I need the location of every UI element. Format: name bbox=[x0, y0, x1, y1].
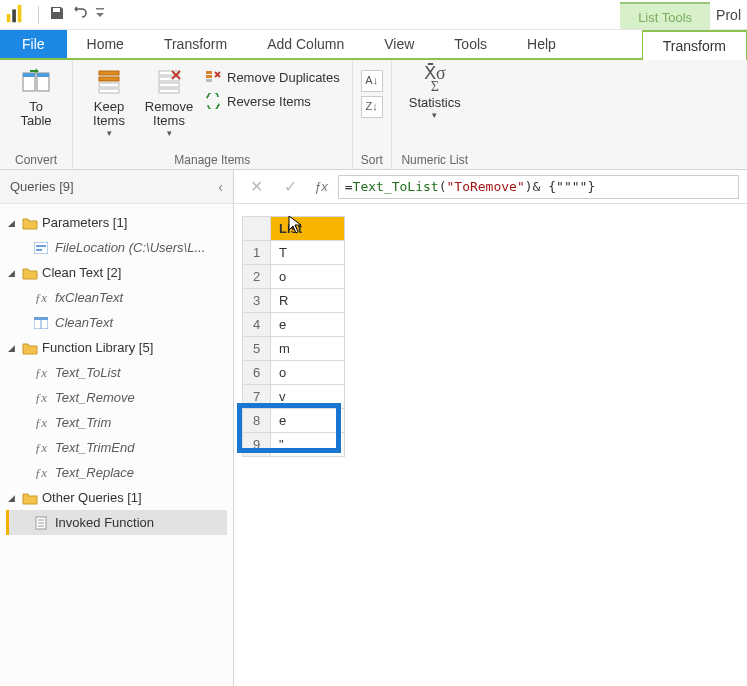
query-item[interactable]: ƒxfxCleanText bbox=[6, 285, 227, 310]
query-item-label: fxCleanText bbox=[55, 290, 123, 305]
svg-rect-14 bbox=[159, 83, 179, 87]
queries-tree[interactable]: ◢Parameters [1]FileLocation (C:\Users\L.… bbox=[0, 204, 233, 541]
cell[interactable]: R bbox=[271, 289, 345, 313]
tab-transform[interactable]: Transform bbox=[144, 30, 247, 58]
svg-rect-24 bbox=[36, 245, 46, 247]
svg-rect-8 bbox=[99, 71, 119, 75]
remove-duplicates-button[interactable]: Remove Duplicates bbox=[201, 68, 344, 86]
query-item[interactable]: ƒxText_Trim bbox=[6, 410, 227, 435]
remove-items-button[interactable]: Remove Items ▾ bbox=[141, 64, 197, 140]
query-item[interactable]: ƒxText_TrimEnd bbox=[6, 435, 227, 460]
data-preview: List 1T2o3R4e5m6o7v8e9" bbox=[234, 204, 747, 686]
folder-icon bbox=[22, 266, 38, 280]
query-item-label: Text_Trim bbox=[55, 415, 111, 430]
formula-input[interactable]: = Text_ToList("ToRemove") & {""""} bbox=[338, 175, 739, 199]
cell[interactable]: m bbox=[271, 337, 345, 361]
query-item-icon bbox=[33, 241, 49, 255]
query-item[interactable]: Invoked Function bbox=[6, 510, 227, 535]
undo-icon[interactable] bbox=[71, 5, 87, 24]
tab-view[interactable]: View bbox=[364, 30, 434, 58]
tab-tools[interactable]: Tools bbox=[434, 30, 507, 58]
row-number: 2 bbox=[243, 265, 271, 289]
cell[interactable]: o bbox=[271, 361, 345, 385]
to-table-icon bbox=[20, 66, 52, 98]
window-title-fragment: Prol bbox=[710, 7, 747, 23]
cell[interactable]: o bbox=[271, 265, 345, 289]
sort-ascending-button[interactable]: A↓ bbox=[361, 70, 383, 92]
ribbon-group-sort: A↓ Z↓ Sort bbox=[353, 60, 392, 169]
svg-rect-2 bbox=[18, 4, 22, 21]
cell[interactable]: v bbox=[271, 385, 345, 409]
table-row[interactable]: 1T bbox=[243, 241, 345, 265]
ribbon-tabs: File Home Transform Add Column View Tool… bbox=[0, 30, 747, 60]
query-item[interactable]: ƒxText_Remove bbox=[6, 385, 227, 410]
keep-items-icon bbox=[93, 66, 125, 98]
query-item-icon: ƒx bbox=[33, 416, 49, 430]
reverse-items-icon bbox=[205, 93, 221, 109]
query-group-label: Clean Text [2] bbox=[42, 265, 121, 280]
statistics-button[interactable]: X̄σΣ Statistics ▾ bbox=[400, 64, 470, 122]
to-table-label: To Table bbox=[20, 100, 51, 128]
tab-list-transform[interactable]: Transform bbox=[642, 30, 747, 60]
queries-panel-title: Queries [9] bbox=[10, 179, 74, 194]
table-row[interactable]: 7v bbox=[243, 385, 345, 409]
query-group[interactable]: ◢Clean Text [2] bbox=[6, 260, 227, 285]
query-item[interactable]: FileLocation (C:\Users\L... bbox=[6, 235, 227, 260]
column-header-list[interactable]: List bbox=[271, 217, 345, 241]
query-group[interactable]: ◢Other Queries [1] bbox=[6, 485, 227, 510]
svg-rect-10 bbox=[99, 83, 119, 87]
svg-rect-23 bbox=[34, 242, 48, 254]
collapse-panel-icon[interactable]: ‹ bbox=[218, 179, 223, 195]
table-row[interactable]: 8e bbox=[243, 409, 345, 433]
file-tab[interactable]: File bbox=[0, 30, 67, 58]
tab-help[interactable]: Help bbox=[507, 30, 576, 58]
formula-bar: ✕ ✓ ƒx = Text_ToList("ToRemove") & {""""… bbox=[234, 170, 747, 204]
cancel-formula-button[interactable]: ✕ bbox=[242, 175, 270, 199]
cell[interactable]: " bbox=[271, 433, 345, 457]
query-item-icon: ƒx bbox=[33, 441, 49, 455]
query-group[interactable]: ◢Parameters [1] bbox=[6, 210, 227, 235]
folder-icon bbox=[22, 491, 38, 505]
query-group[interactable]: ◢Function Library [5] bbox=[6, 335, 227, 360]
query-item-icon bbox=[33, 516, 49, 530]
remove-duplicates-label: Remove Duplicates bbox=[227, 70, 340, 85]
svg-rect-5 bbox=[23, 73, 35, 77]
svg-rect-13 bbox=[159, 77, 179, 81]
table-row[interactable]: 4e bbox=[243, 313, 345, 337]
reverse-items-button[interactable]: Reverse Items bbox=[201, 92, 344, 110]
query-item-icon: ƒx bbox=[33, 366, 49, 380]
fx-icon: ƒx bbox=[310, 179, 332, 194]
row-number: 6 bbox=[243, 361, 271, 385]
dropdown-caret-icon: ▾ bbox=[167, 128, 172, 138]
query-item-icon: ƒx bbox=[33, 466, 49, 480]
tab-home[interactable]: Home bbox=[67, 30, 144, 58]
query-item[interactable]: ƒxText_Replace bbox=[6, 460, 227, 485]
title-bar: List Tools Prol bbox=[0, 0, 747, 30]
data-grid[interactable]: List 1T2o3R4e5m6o7v8e9" bbox=[242, 216, 345, 457]
table-row[interactable]: 2o bbox=[243, 265, 345, 289]
commit-formula-button[interactable]: ✓ bbox=[276, 175, 304, 199]
table-row[interactable]: 3R bbox=[243, 289, 345, 313]
keep-items-button[interactable]: Keep Items ▾ bbox=[81, 64, 137, 140]
table-row[interactable]: 5m bbox=[243, 337, 345, 361]
expand-triangle-icon: ◢ bbox=[8, 343, 18, 353]
svg-rect-19 bbox=[206, 75, 212, 78]
statistics-label: Statistics bbox=[409, 96, 461, 110]
folder-icon bbox=[22, 216, 38, 230]
table-row[interactable]: 9" bbox=[243, 433, 345, 457]
dropdown-caret-icon: ▾ bbox=[107, 128, 112, 138]
sort-descending-button[interactable]: Z↓ bbox=[361, 96, 383, 118]
cell[interactable]: e bbox=[271, 313, 345, 337]
query-item[interactable]: CleanText bbox=[6, 310, 227, 335]
cell[interactable]: T bbox=[271, 241, 345, 265]
cell[interactable]: e bbox=[271, 409, 345, 433]
table-row[interactable]: 6o bbox=[243, 361, 345, 385]
qat-dropdown-icon[interactable] bbox=[95, 6, 105, 23]
to-table-button[interactable]: To Table bbox=[8, 64, 64, 130]
query-item[interactable]: ƒxText_ToList bbox=[6, 360, 227, 385]
save-icon[interactable] bbox=[49, 5, 65, 24]
ribbon-body: To Table Convert Keep Items ▾ bbox=[0, 60, 747, 170]
tab-add-column[interactable]: Add Column bbox=[247, 30, 364, 58]
query-item-icon bbox=[33, 316, 49, 330]
row-number: 1 bbox=[243, 241, 271, 265]
